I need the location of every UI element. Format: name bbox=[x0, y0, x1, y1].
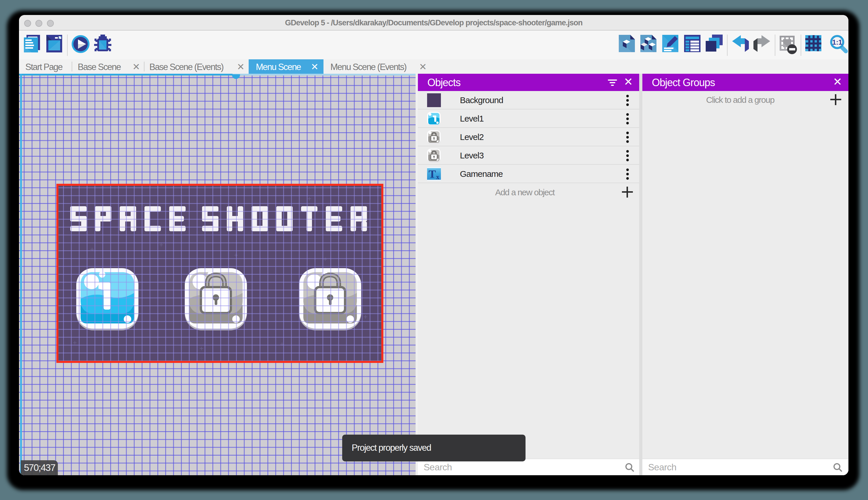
svg-text:x: x bbox=[436, 173, 439, 181]
svg-text:1:1: 1:1 bbox=[832, 38, 842, 46]
svg-text:T: T bbox=[429, 168, 436, 180]
